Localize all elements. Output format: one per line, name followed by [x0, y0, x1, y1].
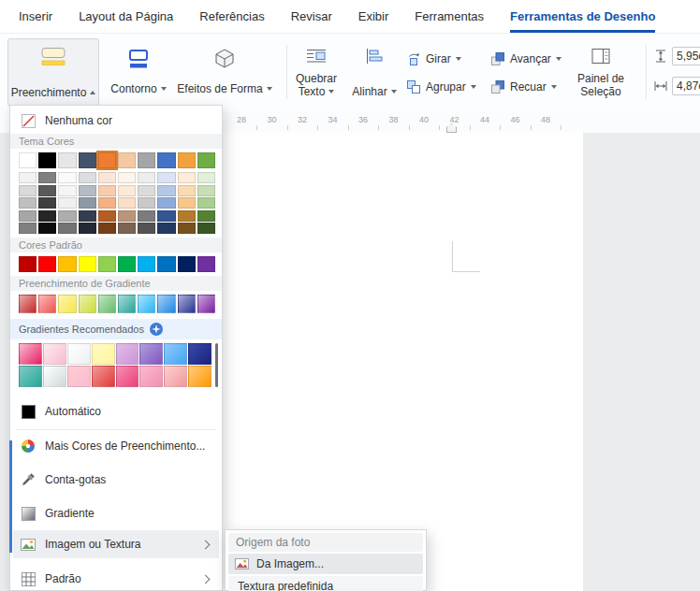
theme-variant-swatch[interactable] — [178, 185, 196, 196]
theme-variant-swatch[interactable] — [197, 223, 215, 234]
recommended-gradient-swatch[interactable] — [164, 343, 187, 365]
theme-variant-swatch[interactable] — [118, 210, 136, 222]
align-button[interactable]: Alinhar — [348, 41, 401, 105]
recommended-gradient-swatch[interactable] — [139, 366, 163, 387]
tab-referências[interactable]: Referências — [199, 0, 264, 33]
gradient-fill-swatch[interactable] — [138, 295, 155, 313]
tab-ferramentas[interactable]: Ferramentas — [415, 0, 484, 33]
recommended-gradient-swatch[interactable] — [139, 343, 163, 365]
theme-variant-swatch[interactable] — [197, 185, 215, 196]
gradient-fill-swatch[interactable] — [98, 295, 116, 313]
theme-variant-swatch[interactable] — [79, 185, 96, 196]
theme-variant-swatch[interactable] — [98, 172, 116, 183]
theme-variant-swatch[interactable] — [79, 172, 96, 183]
recommended-gradient-swatch[interactable] — [116, 343, 139, 365]
standard-color-swatch[interactable] — [38, 256, 56, 272]
theme-variant-swatch[interactable] — [58, 197, 76, 209]
theme-variant-swatch[interactable] — [58, 172, 76, 183]
theme-color-swatch[interactable] — [157, 152, 175, 168]
theme-variant-swatch[interactable] — [197, 210, 215, 222]
theme-variant-swatch[interactable] — [157, 223, 175, 234]
theme-variant-swatch[interactable] — [79, 210, 96, 222]
theme-variant-swatch[interactable] — [138, 223, 155, 234]
theme-variant-swatch[interactable] — [138, 210, 155, 222]
outline-button[interactable]: Contorno — [107, 42, 170, 102]
theme-color-swatch[interactable] — [79, 152, 96, 168]
theme-variant-swatch[interactable] — [98, 223, 116, 234]
theme-variant-swatch[interactable] — [118, 197, 136, 209]
menu-item-automatic[interactable]: Automático — [13, 399, 219, 424]
gradient-fill-swatch[interactable] — [79, 295, 96, 313]
gradient-fill-swatch[interactable] — [19, 295, 36, 313]
theme-variant-swatch[interactable] — [138, 185, 155, 196]
gradient-fill-swatch[interactable] — [118, 295, 136, 313]
theme-variant-swatch[interactable] — [38, 197, 56, 209]
theme-color-swatch[interactable] — [58, 152, 76, 168]
theme-variant-swatch[interactable] — [197, 172, 215, 183]
theme-variant-swatch[interactable] — [118, 223, 136, 234]
menu-item-pattern[interactable]: Padrão — [13, 565, 219, 591]
menu-item-eyedropper[interactable]: Conta-gotas — [13, 467, 219, 493]
theme-color-swatch[interactable] — [138, 152, 155, 168]
shape-width-input[interactable] — [672, 77, 700, 95]
recommended-gradient-swatch[interactable] — [188, 343, 211, 365]
theme-color-swatch[interactable] — [38, 152, 56, 168]
theme-color-swatch[interactable] — [19, 152, 36, 168]
theme-variant-swatch[interactable] — [138, 172, 155, 183]
theme-variant-swatch[interactable] — [157, 210, 175, 222]
recommended-gradient-swatch[interactable] — [188, 366, 211, 387]
standard-color-swatch[interactable] — [98, 256, 116, 272]
theme-variant-swatch[interactable] — [178, 172, 196, 183]
bring-forward-button[interactable]: Avançar — [490, 49, 561, 69]
standard-color-swatch[interactable] — [178, 256, 196, 272]
standard-color-swatch[interactable] — [138, 256, 155, 272]
rotate-button[interactable]: Girar — [406, 49, 461, 69]
recommended-gradient-swatch[interactable] — [92, 343, 115, 365]
menu-item-more-fill-colors[interactable]: Mais Cores de Preenchimento... — [13, 433, 219, 459]
recommended-gradient-swatch[interactable] — [43, 343, 66, 365]
document-page[interactable] — [211, 133, 583, 591]
theme-variant-swatch[interactable] — [38, 223, 56, 234]
theme-variant-swatch[interactable] — [38, 185, 56, 196]
standard-color-swatch[interactable] — [58, 256, 76, 272]
recommended-gradient-swatch[interactable] — [116, 366, 139, 387]
recommended-gradient-swatch[interactable] — [19, 366, 42, 387]
theme-color-swatch[interactable] — [178, 152, 196, 168]
theme-variant-swatch[interactable] — [58, 185, 76, 196]
shape-height-input[interactable] — [672, 47, 700, 65]
tab-revisar[interactable]: Revisar — [291, 0, 332, 33]
menu-item-image-texture[interactable]: Imagem ou Textura — [13, 530, 219, 558]
gradient-fill-swatch[interactable] — [178, 295, 196, 313]
theme-variant-swatch[interactable] — [79, 197, 96, 209]
wrap-text-button[interactable]: Quebrar Texto — [292, 41, 341, 105]
theme-variant-swatch[interactable] — [58, 223, 76, 234]
gradient-fill-swatch[interactable] — [197, 295, 215, 313]
theme-variant-swatch[interactable] — [118, 172, 136, 183]
menu-item-no-color[interactable]: Nenhuma cor — [13, 109, 219, 132]
theme-variant-swatch[interactable] — [19, 185, 36, 196]
theme-variant-swatch[interactable] — [178, 223, 196, 234]
theme-variant-swatch[interactable] — [178, 197, 196, 209]
theme-variant-swatch[interactable] — [38, 210, 56, 222]
theme-variant-swatch[interactable] — [98, 197, 116, 209]
theme-variant-swatch[interactable] — [58, 210, 76, 222]
submenu-item-from-image[interactable]: Da Imagem... — [228, 554, 423, 574]
selection-pane-button[interactable]: Painel deSeleção — [571, 41, 631, 105]
theme-variant-swatch[interactable] — [178, 210, 196, 222]
theme-variant-swatch[interactable] — [98, 210, 116, 222]
theme-variant-swatch[interactable] — [197, 197, 215, 209]
theme-variant-swatch[interactable] — [98, 185, 116, 196]
recommended-gradient-swatch[interactable] — [92, 366, 115, 387]
fill-button[interactable]: Preenchimento — [7, 38, 99, 107]
theme-variant-swatch[interactable] — [157, 172, 175, 183]
recommended-gradient-swatch[interactable] — [67, 366, 91, 387]
gradient-fill-swatch[interactable] — [38, 295, 56, 313]
theme-variant-swatch[interactable] — [19, 197, 36, 209]
theme-color-swatch[interactable] — [197, 152, 215, 168]
recommended-gradient-swatch[interactable] — [164, 366, 187, 387]
tab-exibir[interactable]: Exibir — [358, 0, 389, 33]
tab-inserir[interactable]: Inserir — [19, 0, 52, 33]
standard-color-swatch[interactable] — [197, 256, 215, 272]
send-backward-button[interactable]: Recuar — [490, 77, 557, 97]
theme-variant-swatch[interactable] — [19, 210, 36, 222]
